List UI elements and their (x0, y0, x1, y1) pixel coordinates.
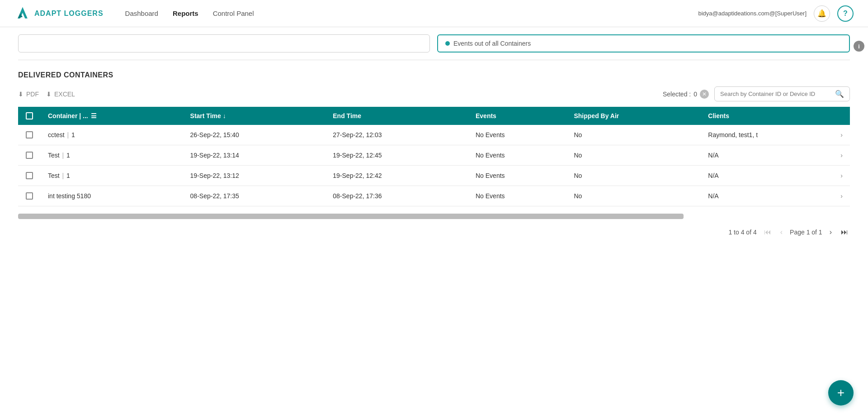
row-detail-chevron[interactable]: › (840, 152, 843, 159)
search-icon[interactable]: 🔍 (835, 90, 844, 98)
row-detail-chevron[interactable]: › (840, 192, 843, 200)
nav: Dashboard Reports Control Panel (125, 8, 698, 19)
row-events: No Events (468, 145, 567, 166)
header-events: Events (468, 107, 567, 125)
clients-text: N/A (708, 152, 718, 159)
header-right: bidya@adaptideations.com@[SuperUser] 🔔 ? (698, 5, 854, 22)
clients-text: N/A (708, 192, 718, 200)
container-num: 1 (66, 152, 70, 159)
table-body: cctest | 126-Sep-22, 15:4027-Sep-22, 12:… (18, 125, 850, 206)
nav-dashboard[interactable]: Dashboard (125, 8, 158, 19)
info-icon[interactable]: i (854, 41, 864, 52)
logo-icon (14, 5, 31, 22)
last-page-button[interactable]: ⏭ (839, 226, 850, 238)
row-clients[interactable]: N/A› (701, 145, 850, 166)
row-end-time: 19-Sep-22, 12:45 (326, 145, 468, 166)
page-info: Page 1 of 1 (790, 229, 822, 236)
row-start-time: 08-Sep-22, 17:35 (183, 186, 326, 206)
row-checkbox-1[interactable] (26, 152, 33, 159)
logo-text: ADAPT LOGGERS (34, 10, 104, 18)
row-checkbox-cell (18, 166, 41, 186)
fab-add-button[interactable]: + (828, 380, 854, 406)
search-box: 🔍 (714, 86, 850, 101)
header-checkbox-cell (18, 107, 41, 125)
selected-count: 0 (693, 91, 697, 98)
row-clients[interactable]: Raymond, test1, t› (701, 125, 850, 145)
download-pdf-icon: ⬇ (18, 91, 24, 98)
header-container: Container | ... ☰ (41, 107, 183, 125)
clients-text: N/A (708, 172, 718, 179)
header-checkbox[interactable] (26, 112, 33, 119)
filter-area: Events out of all Containers (18, 27, 850, 60)
pagination: 1 to 4 of 4 ⏮ ‹ Page 1 of 1 › ⏭ (18, 226, 850, 238)
horizontal-scrollbar[interactable] (18, 214, 684, 219)
search-input[interactable] (720, 91, 831, 97)
row-checkbox-3[interactable] (26, 192, 33, 200)
row-shipped-by-air: No (566, 166, 701, 186)
nav-control-panel[interactable]: Control Panel (213, 8, 254, 19)
prev-page-button[interactable]: ‹ (778, 226, 784, 238)
header-shipped-by-air: Shipped By Air (566, 107, 701, 125)
row-start-time: 19-Sep-22, 13:14 (183, 145, 326, 166)
section-title: DELIVERED CONTAINERS (18, 71, 850, 79)
row-events: No Events (468, 125, 567, 145)
next-page-button[interactable]: › (828, 226, 834, 238)
teal-indicator (445, 41, 450, 46)
row-checkbox-0[interactable] (26, 131, 33, 138)
container-num: 1 (66, 172, 70, 179)
pdf-download-button[interactable]: ⬇ PDF (18, 91, 39, 98)
container-name-text: Test (48, 152, 60, 159)
row-detail-chevron[interactable]: › (840, 131, 843, 138)
row-events: No Events (468, 166, 567, 186)
row-checkbox-cell (18, 186, 41, 206)
table-row: cctest | 126-Sep-22, 15:4027-Sep-22, 12:… (18, 125, 850, 145)
pdf-label: PDF (26, 91, 39, 98)
separator: | (66, 131, 71, 138)
row-container: Test | 1 (41, 145, 183, 166)
row-end-time: 08-Sep-22, 17:36 (326, 186, 468, 206)
toolbar-right: Selected : 0 ✕ 🔍 (663, 86, 850, 101)
row-events: No Events (468, 186, 567, 206)
container-name-text: int testing 5180 (48, 192, 91, 200)
user-info: bidya@adaptideations.com@[SuperUser] (698, 10, 807, 17)
selected-label: Selected : (663, 91, 691, 98)
container-name-text: cctest (48, 131, 65, 138)
row-shipped-by-air: No (566, 145, 701, 166)
header-start-time[interactable]: Start Time ↓ (183, 107, 326, 125)
separator: | (61, 152, 66, 159)
filter-box-2-text: Events out of all Containers (453, 40, 531, 47)
container-name-text: Test (48, 172, 60, 179)
header-clients: Clients (701, 107, 850, 125)
download-excel-icon: ⬇ (46, 91, 52, 98)
row-clients[interactable]: N/A› (701, 166, 850, 186)
row-detail-chevron[interactable]: › (840, 172, 843, 179)
selected-badge: Selected : 0 ✕ (663, 90, 709, 99)
filter-box-1[interactable] (18, 34, 430, 52)
row-container: cctest | 1 (41, 125, 183, 145)
row-clients[interactable]: N/A› (701, 186, 850, 206)
first-page-button[interactable]: ⏮ (762, 226, 773, 238)
row-end-time: 27-Sep-22, 12:03 (326, 125, 468, 145)
row-checkbox-2[interactable] (26, 172, 33, 179)
main-content: Events out of all Containers DELIVERED C… (0, 27, 868, 420)
data-table: Container | ... ☰ Start Time ↓ End Time … (18, 107, 850, 206)
separator: | (61, 172, 66, 179)
row-end-time: 19-Sep-22, 12:42 (326, 166, 468, 186)
row-checkbox-cell (18, 145, 41, 166)
nav-reports[interactable]: Reports (173, 8, 198, 19)
filter-box-2[interactable]: Events out of all Containers (437, 34, 850, 52)
excel-download-button[interactable]: ⬇ EXCEL (46, 91, 75, 98)
clear-selection-button[interactable]: ✕ (700, 90, 709, 99)
notification-bell[interactable]: 🔔 (814, 5, 830, 22)
header-container-label: Container | ... (48, 112, 88, 119)
help-button[interactable]: ? (837, 5, 854, 22)
page-range: 1 to 4 of 4 (728, 229, 756, 236)
table-row: int testing 518008-Sep-22, 17:3508-Sep-2… (18, 186, 850, 206)
clients-text: Raymond, test1, t (708, 131, 758, 138)
table-row: Test | 119-Sep-22, 13:1419-Sep-22, 12:45… (18, 145, 850, 166)
header-end-time: End Time (326, 107, 468, 125)
row-start-time: 26-Sep-22, 15:40 (183, 125, 326, 145)
header: ADAPT LOGGERS Dashboard Reports Control … (0, 0, 868, 27)
row-shipped-by-air: No (566, 125, 701, 145)
filter-icon[interactable]: ☰ (91, 112, 97, 119)
